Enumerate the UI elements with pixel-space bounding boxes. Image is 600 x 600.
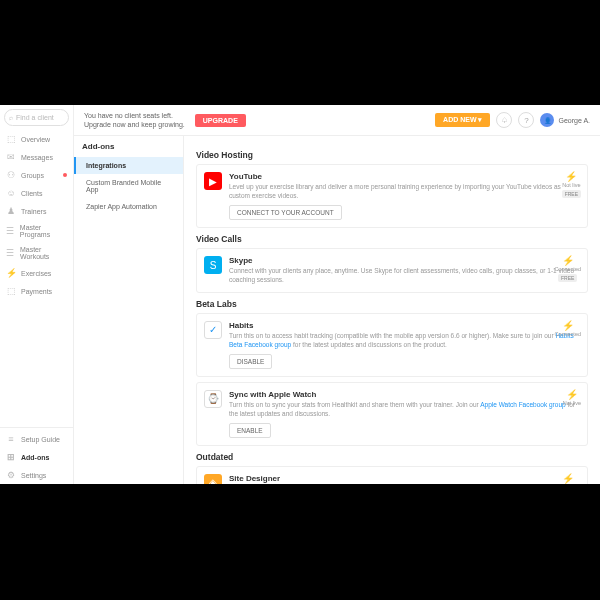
- bolt-icon: ⚡: [554, 255, 581, 266]
- card-skype: S Skype Connect with your clients any pl…: [196, 248, 588, 292]
- skype-icon: S: [204, 256, 222, 274]
- subnav: Add-ons Integrations Custom Branded Mobi…: [74, 136, 184, 484]
- habits-icon: ✓: [204, 321, 222, 339]
- avatar: 👤: [540, 113, 554, 127]
- sidebar: ⌕Find a client ⬚Overview ✉Messages ⚇Grou…: [0, 105, 74, 484]
- bell-icon[interactable]: ♤: [496, 112, 512, 128]
- banner: You have no client seats left.Upgrade no…: [74, 105, 600, 136]
- nav-clients[interactable]: ☺Clients: [0, 184, 73, 202]
- message-icon: ✉: [6, 152, 16, 162]
- nav-overview[interactable]: ⬚Overview: [0, 130, 73, 148]
- skype-status: ⚡ConnectedFREE: [554, 255, 581, 282]
- watch-enable-button[interactable]: ENABLE: [229, 423, 271, 438]
- banner-text: You have no client seats left.Upgrade no…: [84, 111, 185, 129]
- nav-payments[interactable]: ⬚Payments: [0, 282, 73, 300]
- habits-status: ⚡Connected: [554, 320, 581, 337]
- addons-icon: ⊞: [6, 452, 16, 462]
- setup-icon: ≡: [6, 434, 16, 444]
- youtube-connect-button[interactable]: CONNECT TO YOUR ACCOUNT: [229, 205, 342, 220]
- subnav-integrations[interactable]: Integrations: [74, 157, 183, 174]
- user-menu[interactable]: 👤George A.: [540, 113, 590, 127]
- nav-main: ⬚Overview ✉Messages ⚇Groups ☺Clients ♟Tr…: [0, 130, 73, 427]
- site-designer-icon: ◈: [204, 474, 222, 484]
- site-status: ⚡ConnectedFREE: [554, 473, 581, 484]
- nav-exercises[interactable]: ⚡Exercises: [0, 264, 73, 282]
- apple-watch-icon: ⌚: [204, 390, 222, 408]
- habits-disable-button[interactable]: DISABLE: [229, 354, 272, 369]
- nav-programs[interactable]: ☰Master Programs: [0, 220, 73, 242]
- search-icon: ⌕: [9, 114, 13, 121]
- workouts-icon: ☰: [6, 248, 15, 258]
- nav-setup[interactable]: ≡Setup Guide: [0, 430, 73, 448]
- exercises-icon: ⚡: [6, 268, 16, 278]
- bolt-icon: ⚡: [554, 320, 581, 331]
- nav-settings[interactable]: ⚙Settings: [0, 466, 73, 484]
- trainers-icon: ♟: [6, 206, 16, 216]
- subnav-mobile-app[interactable]: Custom Branded Mobile App: [74, 174, 183, 198]
- notification-dot: [63, 173, 67, 177]
- clients-icon: ☺: [6, 188, 16, 198]
- content: Video Hosting ▶ YouTube Level up your ex…: [184, 136, 600, 484]
- card-youtube: ▶ YouTube Level up your exercise library…: [196, 164, 588, 228]
- card-site-designer: ◈ Site Designer This is the legacy Train…: [196, 466, 588, 484]
- upgrade-button[interactable]: UPGRADE: [195, 114, 246, 127]
- bolt-icon: ⚡: [562, 171, 581, 182]
- card-habits: ✓ Habits Turn this on to access habit tr…: [196, 313, 588, 377]
- nav-bottom: ≡Setup Guide ⊞Add-ons ⚙Settings: [0, 427, 73, 484]
- section-video-hosting: Video Hosting: [196, 150, 588, 160]
- gear-icon: ⚙: [6, 470, 16, 480]
- subnav-title: Add-ons: [74, 136, 183, 157]
- nav-trainers[interactable]: ♟Trainers: [0, 202, 73, 220]
- add-new-button[interactable]: ADD NEW ▾: [435, 113, 490, 127]
- nav-groups[interactable]: ⚇Groups: [0, 166, 73, 184]
- app-window: ⌕Find a client ⬚Overview ✉Messages ⚇Grou…: [0, 105, 600, 484]
- watch-status: ⚡Not live: [563, 389, 581, 406]
- groups-icon: ⚇: [6, 170, 16, 180]
- payments-icon: ⬚: [6, 286, 16, 296]
- home-icon: ⬚: [6, 134, 16, 144]
- youtube-icon: ▶: [204, 172, 222, 190]
- section-beta: Beta Labs: [196, 299, 588, 309]
- main: You have no client seats left.Upgrade no…: [74, 105, 600, 484]
- programs-icon: ☰: [6, 226, 15, 236]
- bolt-icon: ⚡: [563, 389, 581, 400]
- subnav-zapier[interactable]: Zapier App Automation: [74, 198, 183, 215]
- card-apple-watch: ⌚ Sync with Apple Watch Turn this on to …: [196, 382, 588, 446]
- nav-messages[interactable]: ✉Messages: [0, 148, 73, 166]
- section-outdated: Outdated: [196, 452, 588, 462]
- search-input[interactable]: ⌕Find a client: [4, 109, 69, 126]
- help-icon[interactable]: ?: [518, 112, 534, 128]
- bolt-icon: ⚡: [554, 473, 581, 484]
- youtube-status: ⚡Not liveFREE: [562, 171, 581, 198]
- section-video-calls: Video Calls: [196, 234, 588, 244]
- body: Add-ons Integrations Custom Branded Mobi…: [74, 136, 600, 484]
- watch-fb-link[interactable]: Apple Watch Facebook group: [480, 401, 565, 408]
- nav-workouts[interactable]: ☰Master Workouts: [0, 242, 73, 264]
- nav-addons[interactable]: ⊞Add-ons: [0, 448, 73, 466]
